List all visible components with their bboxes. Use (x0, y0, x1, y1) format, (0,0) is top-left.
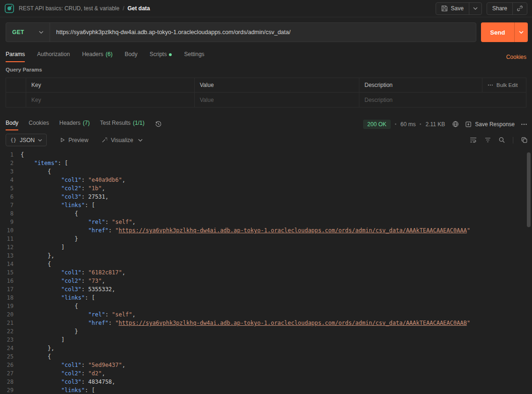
line-number: 18 (0, 294, 21, 302)
param-description-input[interactable] (364, 97, 521, 103)
param-key-input[interactable] (31, 97, 189, 103)
breadcrumb-collection[interactable]: REST API basics: CRUD, test & variable (19, 5, 119, 12)
column-header-description: Description (359, 78, 482, 92)
response-tab-tests-count: (1/1) (133, 120, 145, 126)
method-url-field: GET (6, 22, 476, 42)
save-options-chevron[interactable] (469, 3, 481, 14)
code-line: 2 "items": [ (0, 159, 532, 167)
response-more-options-icon[interactable] (521, 123, 527, 125)
code-text: "col1": "e40a9db6", (21, 176, 125, 184)
preview-button[interactable]: Preview (60, 137, 88, 143)
code-text: "href": "https://sya6vphk3pzlkhq-dw4ai.a… (21, 319, 470, 327)
tab-headers-label: Headers (82, 51, 103, 57)
line-number: 19 (0, 302, 21, 310)
url-input[interactable] (50, 23, 476, 42)
share-button-label: Share (492, 5, 507, 12)
send-options-chevron[interactable] (514, 22, 528, 42)
param-value-input[interactable] (200, 97, 354, 103)
cookies-link[interactable]: Cookies (506, 54, 526, 62)
response-time: 60 ms (401, 121, 416, 128)
line-number: 17 (0, 285, 21, 294)
tab-body[interactable]: Body (124, 48, 137, 62)
tab-authorization[interactable]: Authorization (37, 48, 70, 62)
copy-link-button[interactable] (513, 3, 527, 14)
code-text: "rel": "self", (21, 310, 136, 319)
line-number: 10 (0, 226, 21, 235)
vertical-scrollbar-thumb[interactable] (527, 152, 531, 227)
column-header-value: Value (195, 78, 359, 92)
line-number: 29 (0, 386, 21, 394)
response-tab-cookies-label: Cookies (29, 120, 49, 126)
code-line: 21 "href": "https://sya6vphk3pzlkhq-dw4a… (0, 319, 532, 327)
tab-scripts-label: Scripts (150, 51, 167, 57)
play-icon (60, 137, 65, 143)
send-button-group: Send (481, 22, 528, 42)
save-button[interactable]: Save (436, 3, 469, 14)
visualize-options-chevron[interactable] (138, 139, 143, 142)
chevron-down-icon (39, 31, 44, 34)
row-handle-cell (6, 93, 26, 107)
line-number: 22 (0, 327, 21, 336)
bulk-edit-button[interactable]: Bulk Edit (482, 78, 526, 92)
response-format-select[interactable]: {} JSON (6, 134, 47, 146)
tab-settings[interactable]: Settings (184, 48, 204, 62)
line-number: 15 (0, 268, 21, 277)
line-number: 28 (0, 378, 21, 386)
response-tab-headers-label: Headers (59, 120, 80, 126)
code-line: 23 ] (0, 336, 532, 344)
workspace-logo-icon[interactable] (5, 4, 14, 13)
save-response-button[interactable]: Save Response (465, 121, 515, 128)
wrap-text-icon[interactable] (470, 137, 477, 143)
request-tabs: Params Authorization Headers (6) Body Sc… (6, 47, 526, 62)
topbar: REST API basics: CRUD, test & variable /… (0, 0, 532, 17)
code-line: 3 { (0, 167, 532, 176)
line-number: 21 (0, 319, 21, 327)
share-button[interactable]: Share (487, 3, 512, 14)
status-badge: 200 OK (363, 120, 391, 129)
copy-icon[interactable] (521, 137, 527, 143)
code-text: }, (21, 344, 54, 352)
tab-params[interactable]: Params (6, 48, 25, 62)
response-tab-cookies[interactable]: Cookies (29, 116, 49, 130)
line-number: 2 (0, 159, 21, 167)
line-number: 4 (0, 176, 21, 184)
request-bar: GET Send (6, 22, 528, 42)
params-header-row: Key Value Description Bulk Edit (6, 78, 526, 93)
line-number: 7 (0, 201, 21, 209)
tab-settings-label: Settings (184, 51, 204, 57)
code-line: 8 { (0, 209, 532, 218)
code-text: "col2": "d2", (21, 369, 105, 378)
network-info-icon[interactable] (452, 121, 459, 128)
send-button[interactable]: Send (481, 22, 514, 42)
visualize-label: Visualize (111, 137, 133, 143)
response-meta: 200 OK 60 ms 2.11 KB Save Response (363, 120, 527, 129)
line-number: 25 (0, 352, 21, 361)
line-number: 16 (0, 277, 21, 285)
breadcrumb-request-name[interactable]: Get data (128, 5, 150, 12)
save-button-label: Save (451, 5, 464, 12)
response-history-icon[interactable] (155, 121, 162, 128)
line-number: 13 (0, 251, 21, 260)
save-response-label: Save Response (475, 121, 515, 128)
method-select[interactable]: GET (6, 23, 50, 42)
response-tabs: Body Cookies Headers (7) Test Results (1… (6, 116, 527, 130)
response-tab-test-results[interactable]: Test Results (1/1) (100, 116, 145, 130)
code-text: { (21, 167, 51, 176)
code-text: { (21, 260, 51, 268)
code-text: "links": [ (21, 294, 95, 302)
chevron-down-icon (38, 139, 42, 142)
line-number: 11 (0, 235, 21, 243)
line-number: 26 (0, 361, 21, 369)
response-tab-headers[interactable]: Headers (7) (59, 116, 90, 130)
code-text: }, (21, 251, 54, 260)
code-line: 12 ] (0, 243, 532, 251)
tab-headers[interactable]: Headers (6) (82, 48, 112, 62)
braces-icon: {} (10, 137, 16, 143)
response-tab-body[interactable]: Body (6, 116, 18, 130)
visualize-button[interactable]: Visualize (102, 137, 133, 143)
breadcrumb-separator: / (123, 5, 124, 12)
filter-icon[interactable] (485, 137, 491, 143)
code-line: 22 } (0, 327, 532, 336)
search-icon[interactable] (499, 137, 505, 143)
tab-scripts[interactable]: Scripts (150, 48, 172, 62)
